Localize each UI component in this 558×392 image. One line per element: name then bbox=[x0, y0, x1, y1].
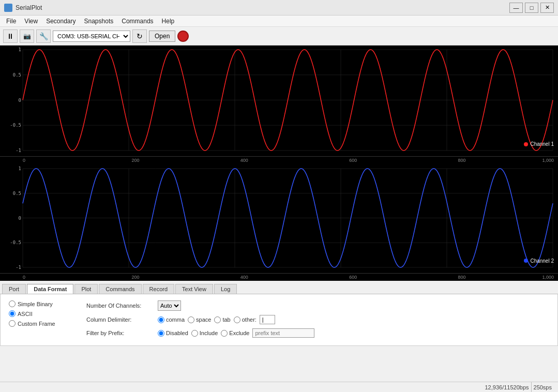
status-bar: 12,936/11520bps 250sps bbox=[0, 382, 558, 392]
chart1-x1000: 1,000 bbox=[542, 158, 554, 163]
delimiter-label: Column Delimiter: bbox=[86, 316, 154, 323]
charts-container: Channel 1 0 200 400 600 800 1,000 Channe… bbox=[0, 46, 558, 281]
channels-label: Number Of Channels: bbox=[86, 303, 154, 309]
chart1-x200: 200 bbox=[131, 158, 139, 163]
window-title: SerialPlot bbox=[16, 4, 509, 11]
chart1-x600: 600 bbox=[349, 158, 357, 163]
chart2-x0: 0 bbox=[23, 275, 25, 280]
port-select[interactable]: COM3: USB-SERIAL CH3 bbox=[53, 31, 130, 42]
space-option[interactable]: space bbox=[188, 316, 211, 323]
snapshot-tool-button[interactable]: 📷 bbox=[20, 29, 34, 43]
menu-commands[interactable]: Commands bbox=[117, 17, 157, 26]
chart2-legend: Channel 2 bbox=[524, 258, 554, 264]
tab-plot[interactable]: Plot bbox=[74, 284, 98, 294]
menu-secondary[interactable]: Secondary bbox=[42, 17, 80, 26]
filter-label: Filter by Prefix: bbox=[86, 330, 154, 336]
chart2-legend-label: Channel 2 bbox=[530, 258, 554, 264]
chart1-canvas bbox=[0, 46, 558, 155]
minimize-button[interactable]: — bbox=[509, 3, 523, 13]
other-delimiter-input[interactable] bbox=[260, 315, 275, 324]
menu-file[interactable]: File bbox=[2, 17, 20, 26]
chart2-legend-dot bbox=[524, 259, 528, 263]
chart1-x800: 800 bbox=[458, 158, 466, 163]
delimiter-row: Column Delimiter: comma space tab bbox=[86, 315, 549, 324]
chart2-x400: 400 bbox=[240, 275, 248, 280]
chart2-wrapper: Channel 2 bbox=[0, 164, 558, 274]
pause-tool-button[interactable]: ⏸ bbox=[3, 29, 18, 43]
include-option[interactable]: Include bbox=[191, 330, 218, 337]
panel-columns: Simple Binary ASCII Custom Frame Number … bbox=[9, 300, 549, 338]
ascii-option[interactable]: ASCII bbox=[9, 310, 76, 317]
tab-data-format[interactable]: Data Format bbox=[27, 284, 73, 294]
chart2-x600: 600 bbox=[349, 275, 357, 280]
chart1-x-axis: 0 200 400 600 800 1,000 bbox=[0, 157, 558, 164]
chart1-x400: 400 bbox=[240, 158, 248, 163]
filter-radio-group: Disabled Include Exclude bbox=[158, 328, 314, 338]
menu-snapshots[interactable]: Snapshots bbox=[80, 17, 118, 26]
chart2-x200: 200 bbox=[131, 275, 139, 280]
channels-spin: Auto 1 2 4 8 bbox=[158, 300, 181, 311]
open-button[interactable]: Open bbox=[149, 31, 175, 42]
tab-port[interactable]: Port bbox=[2, 284, 26, 294]
tab-option[interactable]: tab bbox=[214, 316, 230, 323]
bps-status: 12,936/11520bps bbox=[485, 384, 529, 390]
simple-binary-option[interactable]: Simple Binary bbox=[9, 300, 76, 307]
app-icon bbox=[4, 4, 12, 12]
tab-log[interactable]: Log bbox=[214, 284, 237, 294]
menu-bar: File View Secondary Snapshots Commands H… bbox=[0, 16, 558, 27]
toolbar: ⏸ 📷 🔧 COM3: USB-SERIAL CH3 ↻ Open bbox=[0, 27, 558, 46]
chart1-legend-dot bbox=[524, 142, 528, 146]
window-controls: — □ ✕ bbox=[509, 3, 554, 13]
chart2-x-axis: 0 200 400 600 800 1,000 bbox=[0, 274, 558, 281]
delimiter-radio-group: comma space tab other: bbox=[158, 315, 275, 324]
menu-view[interactable]: View bbox=[20, 17, 42, 26]
refresh-port-button[interactable]: ↻ bbox=[132, 29, 147, 43]
chart1-x0: 0 bbox=[23, 158, 25, 163]
tab-record[interactable]: Record bbox=[143, 284, 174, 294]
chart2-x1000: 1,000 bbox=[542, 275, 554, 280]
close-button[interactable]: ✕ bbox=[540, 3, 554, 13]
menu-help[interactable]: Help bbox=[158, 17, 179, 26]
status-divider bbox=[531, 382, 532, 393]
chart1-legend: Channel 1 bbox=[524, 141, 554, 147]
tab-commands[interactable]: Commands bbox=[99, 284, 141, 294]
stop-button[interactable] bbox=[177, 31, 189, 42]
tabs-bar: Port Data Format Plot Commands Record Te… bbox=[0, 281, 558, 294]
chart1-wrapper: Channel 1 bbox=[0, 46, 558, 157]
format-selection-panel: Simple Binary ASCII Custom Frame bbox=[9, 300, 76, 338]
format-settings-panel: Number Of Channels: Auto 1 2 4 8 Column … bbox=[86, 300, 549, 338]
custom-frame-option[interactable]: Custom Frame bbox=[9, 320, 76, 327]
channels-select[interactable]: Auto 1 2 4 8 bbox=[158, 300, 181, 311]
prefix-text-input[interactable] bbox=[252, 328, 314, 338]
panel-content: Simple Binary ASCII Custom Frame Number … bbox=[0, 294, 558, 346]
chart1-legend-label: Channel 1 bbox=[530, 141, 554, 147]
sps-status: 250sps bbox=[534, 384, 552, 390]
camera-tool-button[interactable]: 🔧 bbox=[36, 29, 51, 43]
comma-option[interactable]: comma bbox=[158, 316, 185, 323]
tab-text-view[interactable]: Text View bbox=[175, 284, 213, 294]
title-bar: SerialPlot — □ ✕ bbox=[0, 0, 558, 16]
exclude-option[interactable]: Exclude bbox=[221, 330, 249, 337]
chart2-canvas bbox=[0, 164, 558, 272]
channels-row: Number Of Channels: Auto 1 2 4 8 bbox=[86, 300, 549, 311]
maximize-button[interactable]: □ bbox=[525, 3, 538, 13]
other-option[interactable]: other: bbox=[234, 316, 257, 323]
disabled-option[interactable]: Disabled bbox=[158, 330, 188, 337]
chart2-x800: 800 bbox=[458, 275, 466, 280]
filter-row: Filter by Prefix: Disabled Include Exclu… bbox=[86, 328, 549, 338]
